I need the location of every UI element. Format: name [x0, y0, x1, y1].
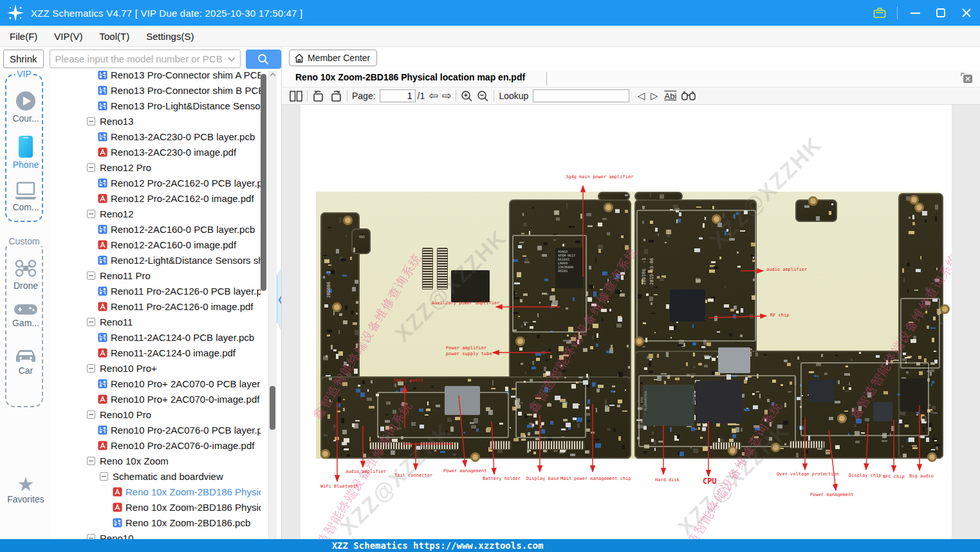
document-tab[interactable]: Reno 10x Zoom-2BD186 Physical location m…: [295, 72, 525, 82]
tree-item-label: Reno11-2AC124-0 image.pdf: [111, 345, 236, 361]
scrollbar-up-icon[interactable]: [270, 72, 276, 78]
tree-item[interactable]: Reno 10x Zoom-2BD186 Physical location m…: [51, 500, 261, 515]
tree-group[interactable]: Reno12: [51, 207, 261, 222]
shrink-button[interactable]: Shrink: [3, 50, 44, 68]
collapse-minus-icon[interactable]: [87, 410, 95, 419]
tree-item[interactable]: Reno12-Light&Distance Sensors shim.pcb: [51, 253, 261, 268]
menu-vip[interactable]: VIP(V): [54, 31, 82, 42]
tree-group[interactable]: Reno10 Pro+: [51, 361, 261, 376]
pcb-file-icon: [98, 286, 107, 296]
tree-group[interactable]: Reno11: [51, 315, 261, 330]
tree-item[interactable]: Reno11 Pro-2AC126-0 image.pdf: [51, 299, 261, 315]
collapse-minus-icon[interactable]: [100, 472, 108, 481]
tree-item[interactable]: Reno10 Pro+ 2AC070-0-image.pdf: [51, 392, 261, 407]
minimize-button[interactable]: [907, 5, 923, 21]
pcb-screw-pad: [320, 449, 330, 459]
close-button[interactable]: [958, 5, 975, 21]
search-button[interactable]: [246, 50, 281, 69]
zoom-in-icon[interactable]: [461, 88, 473, 104]
tree-group[interactable]: Reno 10x Zoom: [51, 454, 261, 469]
close-document-icon[interactable]: [961, 73, 973, 84]
menu-tool[interactable]: Tool(T): [100, 31, 130, 42]
sidebar-item-drone[interactable]: Drone: [0, 257, 51, 291]
next-page-icon[interactable]: ⇨: [441, 88, 451, 104]
collapse-minus-icon[interactable]: [87, 210, 95, 218]
page-number-input[interactable]: [380, 89, 416, 102]
tree-item[interactable]: Reno11-2AC124-0 PCB layer.pcb: [51, 330, 261, 345]
tree-item[interactable]: Reno 10x Zoom-2BD186.pcb: [51, 515, 261, 531]
pcb-component: [352, 287, 356, 291]
collapse-minus-icon[interactable]: [87, 457, 95, 465]
member-center-button[interactable]: Member Center: [289, 50, 377, 66]
tree-item[interactable]: Reno11 Pro-2AC126-0 PCB layer.pcb: [51, 284, 261, 299]
find-previous-icon[interactable]: ◁: [637, 88, 645, 104]
lookup-input[interactable]: [533, 89, 629, 102]
tree-item[interactable]: Reno13-2AC230-0 image.pdf: [51, 145, 261, 160]
tree-item[interactable]: Reno13 Pro-Light&Distance Sensors shim.p…: [51, 98, 261, 114]
collapse-minus-icon[interactable]: [87, 364, 95, 373]
sidebar-item-com[interactable]: Com...: [0, 181, 51, 212]
pcb-component: [622, 445, 624, 449]
tree-item[interactable]: Reno13-2AC230-0 PCB layer.pcb: [51, 129, 261, 145]
pcb-component: [914, 290, 918, 291]
play-circle-icon: [15, 90, 37, 112]
menu-settings[interactable]: Settings(S): [146, 31, 194, 42]
menu-file[interactable]: File(F): [10, 31, 37, 42]
chevron-down-icon[interactable]: [228, 57, 236, 62]
sidebar-item-favorites[interactable]: ★ Favorites: [0, 475, 51, 504]
tree-group[interactable]: Reno10: [51, 531, 261, 539]
tree-item[interactable]: Reno12-2AC160-0 image.pdf: [51, 237, 261, 253]
tree-item[interactable]: Reno10 Pro-2AC076-0 PCB layer.pcb: [51, 423, 261, 438]
collapse-minus-icon[interactable]: [87, 271, 95, 280]
rotate-right-icon[interactable]: [329, 88, 342, 104]
zoom-out-icon[interactable]: [477, 88, 489, 104]
tree-item[interactable]: Reno12 Pro-2AC162-0 PCB layer.pcb: [51, 176, 261, 191]
tree-scrollbar-thumb[interactable]: [270, 386, 275, 430]
tree-item[interactable]: Reno 10x Zoom-2BD186 Physical location m…: [51, 484, 261, 500]
pcb-component: [585, 450, 589, 454]
sidebar-item-phone[interactable]: Phone: [0, 135, 51, 170]
vip-briefcase-icon[interactable]: [871, 5, 888, 21]
tree-item[interactable]: Reno10 Pro-2AC076-0-image.pdf: [51, 438, 261, 454]
pdf-canvas[interactable]: AVAGOAFEM-9617K61841LR009136304000024SSE…: [282, 105, 980, 539]
collapse-minus-icon[interactable]: [87, 534, 95, 539]
tree-item[interactable]: Reno13 Pro-Connector shim B PCB layer.pc…: [51, 83, 261, 98]
tree-item[interactable]: Reno12 Pro-2AC162-0 image.pdf: [51, 191, 261, 207]
pcb-component: [625, 389, 626, 391]
two-page-view-icon[interactable]: [290, 88, 302, 104]
tree-item[interactable]: Reno10 Pro+ 2AC070-0 PCB layer.pcb: [51, 376, 261, 392]
match-word-button[interactable]: Abi: [665, 91, 677, 101]
maximize-button[interactable]: [932, 5, 949, 21]
pcb-component: [912, 215, 914, 219]
tree-scrollbar-track[interactable]: [268, 71, 277, 539]
previous-page-icon[interactable]: ⇦: [429, 88, 438, 104]
pcb-component: [907, 262, 910, 266]
binoculars-icon[interactable]: [681, 88, 696, 104]
tree-item-label: Reno13-2AC230-0 image.pdf: [111, 145, 236, 160]
tree-group[interactable]: Schematic and boardview: [51, 469, 261, 484]
sidebar-item-gam[interactable]: Gam...: [0, 302, 51, 328]
collapse-minus-icon[interactable]: [87, 163, 95, 172]
collapse-minus-icon[interactable]: [87, 318, 95, 326]
pcb-shield-frame: [515, 382, 586, 438]
tree-item[interactable]: Reno13 Pro-Connector shim A PCB layer.pc…: [51, 71, 261, 83]
tree-item-label: Reno11 Pro-2AC126-0 PCB layer.pcb: [111, 284, 261, 299]
sidebar-item-cour[interactable]: Cour...: [0, 90, 51, 124]
tree-group[interactable]: Reno10 Pro: [51, 407, 261, 423]
model-search-box[interactable]: [50, 50, 241, 68]
tree-inner-scrollbar-thumb[interactable]: [261, 74, 266, 291]
pcb-component: [920, 256, 922, 259]
tree-item[interactable]: Reno12-2AC160-0 PCB layer.pcb: [51, 222, 261, 237]
tree-group[interactable]: Reno13: [51, 114, 261, 129]
tree-group[interactable]: Reno12 Pro: [51, 160, 261, 176]
collapse-minus-icon[interactable]: [87, 117, 95, 125]
tree-item[interactable]: Reno11-2AC124-0 image.pdf: [51, 345, 261, 361]
tree-group[interactable]: Reno11 Pro: [51, 268, 261, 284]
model-search-input[interactable]: [55, 53, 229, 64]
pcb-component: [851, 358, 853, 360]
pcb-component: [808, 436, 810, 441]
pcb-component: [609, 309, 611, 311]
rotate-left-icon[interactable]: [312, 88, 325, 104]
sidebar-item-car[interactable]: Car: [0, 346, 51, 376]
find-next-icon[interactable]: ▷: [651, 88, 658, 104]
